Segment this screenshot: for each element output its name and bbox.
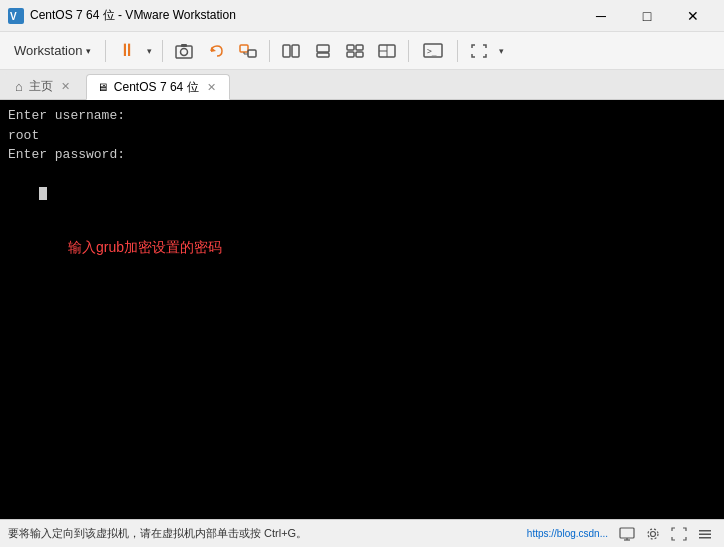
tab-home[interactable]: 主页 ✕ [4,73,84,99]
tab-home-label: 主页 [29,78,53,95]
svg-rect-15 [356,45,363,50]
svg-text:V: V [10,11,17,22]
minimize-button[interactable]: ─ [578,0,624,32]
fullscreen-group: ▾ [464,37,508,65]
fullscreen-dropdown-arrow[interactable]: ▾ [494,37,508,65]
workstation-dropdown-arrow: ▾ [86,46,91,56]
svg-rect-12 [317,45,329,52]
toolbar-separator-5 [457,40,458,62]
vm-line-1: Enter username: [8,106,716,126]
svg-point-26 [651,531,656,536]
svg-rect-28 [699,530,711,532]
svg-rect-7 [248,50,256,57]
console-icon: >_ [423,43,443,59]
home-tab-icon [15,79,23,94]
svg-rect-10 [283,45,290,57]
tabs-bar: 主页 ✕ 🖥 CentOS 7 64 位 ✕ [0,70,724,100]
app-icon: V [8,8,24,24]
status-icons [616,523,716,545]
title-bar-text: CentOS 7 64 位 - VMware Workstation [30,7,578,24]
snapshot-manager-button[interactable] [233,37,263,65]
view-icon-1 [282,43,300,59]
snapshot-icon [175,43,193,59]
fullscreen-icon [470,43,488,59]
tab-home-close[interactable]: ✕ [59,80,73,94]
svg-rect-29 [699,533,711,535]
fullscreen-button[interactable] [464,37,494,65]
status-url: https://blog.csdn... [527,528,608,539]
toolbar-separator-3 [269,40,270,62]
vm-tab-icon: 🖥 [97,81,108,93]
pause-button[interactable]: ⏸ [112,37,142,65]
snapshot-manager-icon [239,43,257,59]
workstation-label: Workstation [14,43,82,58]
pause-group: ⏸ ▾ [112,37,156,65]
svg-rect-30 [699,537,711,539]
close-button[interactable]: ✕ [670,0,716,32]
revert-icon [207,43,225,59]
vm-screen[interactable]: Enter username: root Enter password: 输入g… [0,100,724,519]
workstation-menu[interactable]: Workstation ▾ [6,39,99,62]
status-bar: 要将输入定向到该虚拟机，请在虚拟机内部单击或按 Ctrl+G。 https://… [0,519,724,547]
vm-cursor [39,187,47,200]
vm-line-cursor [8,165,716,224]
svg-rect-16 [347,52,354,57]
snapshot-button[interactable] [169,37,199,65]
status-settings-icon[interactable] [642,523,664,545]
pause-dropdown-arrow[interactable]: ▾ [142,37,156,65]
console-button[interactable]: >_ [415,37,451,65]
vm-annotation: 输入grub加密设置的密码 [68,239,716,257]
view-icon-2 [314,43,332,59]
view-button-3[interactable] [340,37,370,65]
view-button-4[interactable] [372,37,402,65]
toolbar-separator-2 [162,40,163,62]
svg-rect-6 [240,45,248,52]
view-button-1[interactable] [276,37,306,65]
workstation-menu-group: Workstation ▾ [6,39,99,62]
tab-centos-label: CentOS 7 64 位 [114,79,199,96]
tab-centos[interactable]: 🖥 CentOS 7 64 位 ✕ [86,74,230,100]
view-icon-4 [378,43,396,59]
tab-centos-close[interactable]: ✕ [205,80,219,94]
svg-rect-23 [620,528,634,538]
svg-rect-17 [356,52,363,57]
svg-point-27 [648,529,658,539]
title-bar: V CentOS 7 64 位 - VMware Workstation ─ □… [0,0,724,32]
revert-button[interactable] [201,37,231,65]
svg-point-3 [181,48,188,55]
status-fullscreen-icon[interactable] [668,523,690,545]
svg-rect-14 [347,45,354,50]
toolbar-separator-1 [105,40,106,62]
vm-line-3: Enter password: [8,145,716,165]
maximize-button[interactable]: □ [624,0,670,32]
svg-rect-13 [317,53,329,57]
svg-text:>_: >_ [427,47,437,56]
vm-line-2: root [8,126,716,146]
status-menu-icon[interactable] [694,523,716,545]
view-button-2[interactable] [308,37,338,65]
toolbar: Workstation ▾ ⏸ ▾ [0,32,724,70]
title-bar-controls: ─ □ ✕ [578,0,716,32]
toolbar-separator-4 [408,40,409,62]
svg-rect-11 [292,45,299,57]
view-icon-3 [346,43,364,59]
status-network-icon[interactable] [616,523,638,545]
svg-rect-4 [181,44,187,47]
status-hint-text: 要将输入定向到该虚拟机，请在虚拟机内部单击或按 Ctrl+G。 [8,526,527,541]
